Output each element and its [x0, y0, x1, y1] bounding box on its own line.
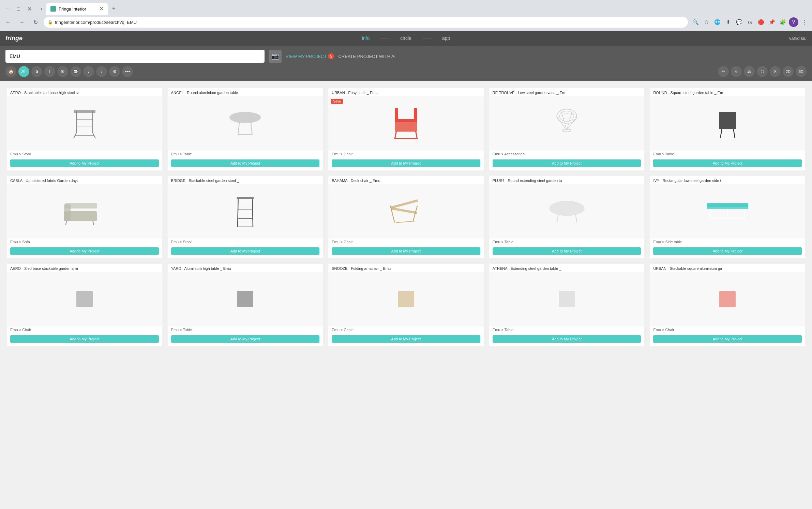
nav-info[interactable]: info [362, 35, 370, 41]
extension-icon-4[interactable]: 🔴 [756, 17, 766, 27]
maximize-button[interactable]: □ [14, 4, 23, 14]
filter-sort[interactable]: ↕ [96, 66, 107, 77]
add-to-project-button[interactable]: Add to My Project [653, 159, 802, 167]
search-input-wrap [5, 50, 265, 63]
product-card: YARD - Aluminium high table _ Emu Emu > … [168, 264, 323, 346]
filter-network[interactable]: 🖧 [744, 66, 755, 77]
filter-b[interactable]: b [31, 66, 42, 77]
filter-3d[interactable]: 3D [796, 66, 807, 77]
product-title: YARD - Aluminium high table _ Emu [168, 264, 323, 272]
menu-button[interactable]: ⋮ [800, 17, 809, 27]
product-category: Emu > Stool [168, 238, 323, 245]
add-to-project-button[interactable]: Add to My Project [332, 159, 480, 167]
filter-text[interactable]: T [44, 66, 55, 77]
product-image[interactable] [650, 272, 805, 326]
product-category: Emu > Chair [328, 151, 484, 157]
new-tab-button[interactable]: + [109, 4, 119, 14]
filter-2d[interactable]: 2D [783, 66, 794, 77]
product-image[interactable] [168, 272, 323, 326]
search-row: 📷 VIEW MY PROJECT 5 CREATE PROJECT WITH … [5, 50, 807, 63]
add-to-project-button[interactable]: Add to My Project [10, 335, 159, 343]
profile-avatar[interactable]: V [789, 17, 798, 27]
product-image[interactable] [7, 96, 162, 151]
add-to-project-button[interactable]: Add to My Project [10, 247, 159, 255]
add-to-project-button[interactable]: Add to My Project [171, 335, 320, 343]
filter-settings[interactable]: ⚙ [109, 66, 120, 77]
forward-button[interactable]: → [16, 17, 27, 28]
add-to-project-button[interactable]: Add to My Project [653, 247, 802, 255]
product-image[interactable] [650, 184, 805, 238]
extension-icon-5[interactable]: 📌 [767, 17, 777, 27]
nav-app[interactable]: app [442, 35, 450, 41]
add-to-project-button[interactable]: Add to My Project [171, 247, 320, 255]
filter-all[interactable]: All [18, 66, 29, 77]
search-icon[interactable]: 🔍 [691, 17, 700, 27]
filter-euro[interactable]: € [731, 66, 742, 77]
svg-line-34 [66, 221, 66, 225]
svg-line-10 [238, 122, 240, 135]
camera-search-button[interactable]: 📷 [269, 50, 282, 63]
svg-rect-5 [74, 110, 95, 113]
close-window-button[interactable]: ✕ [25, 4, 34, 14]
filter-email[interactable]: ✉ [57, 66, 68, 77]
nav-circle[interactable]: circle [400, 35, 411, 41]
filter-chat[interactable]: 💬 [70, 66, 81, 77]
filter-close[interactable]: ✕ [770, 66, 781, 77]
app-logo[interactable]: fringe [5, 35, 22, 42]
add-to-project-button[interactable]: Add to My Project [171, 159, 320, 167]
product-category: Emu > Accessories [489, 151, 645, 157]
product-image[interactable] [328, 184, 484, 238]
refresh-button[interactable]: ↻ [30, 17, 41, 28]
product-image[interactable] [7, 272, 162, 326]
extension-icon-3[interactable]: G [745, 17, 755, 27]
filter-edit[interactable]: ✏ [718, 66, 729, 77]
product-image[interactable] [489, 184, 645, 238]
svg-line-11 [251, 122, 252, 135]
product-image[interactable] [168, 96, 323, 151]
create-project-button[interactable]: CREATE PROJECT WITH AI [338, 54, 395, 59]
product-category: Emu > Table [489, 326, 645, 333]
back-button[interactable]: ← [3, 17, 14, 28]
filter-right: ✏ € 🖧 ⬡ ✕ 2D 3D [718, 66, 807, 77]
add-to-project-button[interactable]: Add to My Project [493, 159, 641, 167]
product-image[interactable]: Save [328, 96, 484, 151]
search-input[interactable] [5, 50, 265, 63]
product-footer: Add to My Project [328, 245, 484, 258]
product-title: AERO - Stackable sled base high steel st [7, 88, 162, 96]
active-tab[interactable]: Fringe Interior ✕ [46, 3, 108, 15]
add-to-project-button[interactable]: Add to My Project [332, 335, 480, 343]
filter-home[interactable]: 🏠 [5, 66, 16, 77]
product-image[interactable] [7, 184, 162, 238]
extension-icon-1[interactable]: ⬇ [723, 17, 733, 27]
svg-line-38 [252, 199, 253, 227]
product-image[interactable] [168, 184, 323, 238]
tab-back-button[interactable]: ‹ [37, 4, 46, 14]
svg-rect-60 [719, 291, 736, 307]
extension-icon-2[interactable]: 💬 [734, 17, 744, 27]
add-to-project-button[interactable]: Add to My Project [493, 335, 641, 343]
filter-hex[interactable]: ⬡ [757, 66, 768, 77]
filter-more[interactable]: ••• [122, 66, 133, 77]
add-to-project-button[interactable]: Add to My Project [332, 247, 480, 255]
header-nav: info —— circle —— app [362, 35, 450, 41]
product-image[interactable] [328, 272, 484, 326]
add-to-project-button[interactable]: Add to My Project [493, 247, 641, 255]
svg-line-30 [733, 129, 735, 138]
translate-icon[interactable]: 🌐 [712, 17, 722, 27]
address-bar-row: ← → ↻ 🔒 fringeinterior.com/product/searc… [0, 15, 812, 31]
svg-rect-15 [395, 108, 398, 122]
filter-music[interactable]: ♪ [83, 66, 94, 77]
add-to-project-button[interactable]: Add to My Project [653, 335, 802, 343]
product-title: BRIDGE - Stackable steel garden stool _ [168, 176, 323, 184]
bookmark-icon[interactable]: ☆ [702, 17, 711, 27]
product-image[interactable] [489, 96, 645, 151]
view-project-button[interactable]: VIEW MY PROJECT 5 [286, 53, 334, 59]
tab-close-button[interactable]: ✕ [99, 6, 104, 12]
product-grid: AERO - Stackable sled base high steel st… [0, 81, 812, 353]
extensions-button[interactable]: 🧩 [778, 17, 787, 27]
add-to-project-button[interactable]: Add to My Project [10, 159, 159, 167]
minimize-button[interactable]: ─ [3, 4, 12, 14]
product-image[interactable] [650, 96, 805, 151]
product-image[interactable] [489, 272, 645, 326]
address-input[interactable]: 🔒 fringeinterior.com/product/search?q=EM… [44, 17, 688, 28]
